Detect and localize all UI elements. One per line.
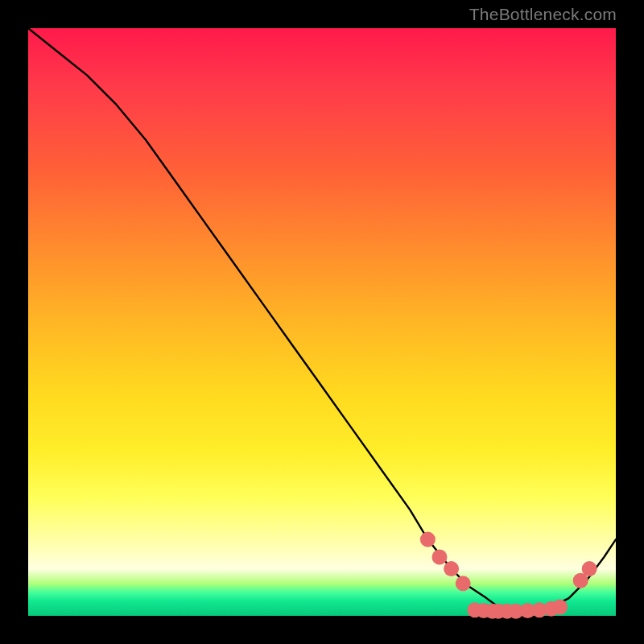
chart-container: TheBottleneck.com <box>0 0 644 644</box>
highlight-dot <box>420 532 436 547</box>
bottleneck-curve <box>28 28 616 610</box>
watermark-text: TheBottleneck.com <box>469 5 617 24</box>
highlight-dot <box>444 561 459 576</box>
highlight-dot <box>552 600 568 615</box>
highlight-dot <box>582 561 597 576</box>
highlight-dots <box>420 532 597 619</box>
chart-svg <box>28 28 616 616</box>
plot-area <box>28 28 616 616</box>
highlight-dot <box>456 576 471 591</box>
highlight-dot <box>432 550 448 565</box>
